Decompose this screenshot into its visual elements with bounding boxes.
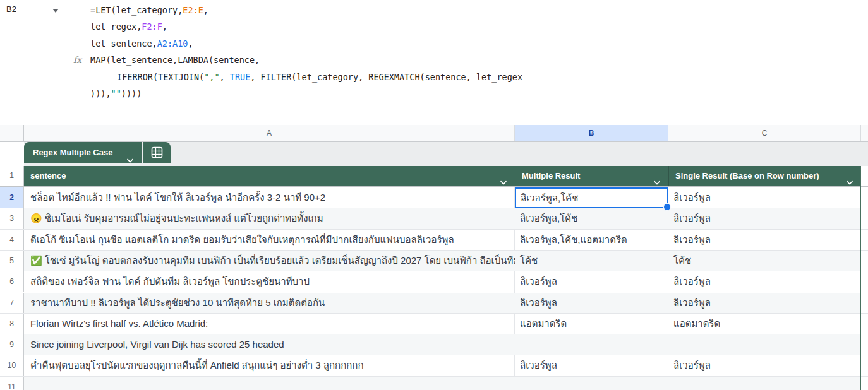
formula-token: )))): [121, 88, 142, 98]
selected-cell-b2[interactable]: ลิเวอร์พูล,โค้ช: [515, 187, 668, 208]
table-row: 3😠 ซิเมโอเน่ รับคุมอารมณ์ไม่อยู่จนปะทะแฟ…: [0, 208, 868, 229]
header-label-sentence: sentence: [30, 171, 66, 180]
table-name-tab[interactable]: Regex Multiple Case: [24, 142, 142, 163]
name-box[interactable]: B2: [6, 4, 16, 14]
name-box-dropdown-icon[interactable]: [52, 9, 59, 13]
cell-c7[interactable]: ลิเวอร์พูล: [668, 293, 860, 313]
cell-a8[interactable]: Florian Wirtz's first half vs. Atlético …: [24, 314, 515, 334]
formula-token: TRUE: [230, 72, 251, 82]
cell-a11[interactable]: [24, 377, 515, 390]
cell-c4[interactable]: ลิเวอร์พูล: [668, 230, 860, 250]
column-header-a[interactable]: A: [24, 125, 515, 141]
cell-c6[interactable]: ลิเวอร์พูล: [668, 271, 860, 292]
table-row: 10ค่ำคืนฟุตบอลยุโรปนัดแรกของฤดูกาลคืนนี้…: [0, 355, 868, 376]
cell-c9[interactable]: [668, 334, 860, 355]
table-row: 5✅ โชเซ่ มูรินโญ่ ตอบตกลงรับงานคุมทีม เบ…: [0, 251, 868, 271]
cell-b9[interactable]: [515, 334, 668, 355]
cell-b6[interactable]: ลิเวอร์พูล: [515, 271, 668, 292]
column-header-b[interactable]: B: [515, 125, 668, 141]
header-label-multiple-result: Multiple Result: [522, 171, 580, 180]
chevron-down-icon[interactable]: [846, 173, 853, 186]
cell-c11[interactable]: [668, 377, 860, 390]
header-cell-multiple-result[interactable]: Multiple Result: [515, 166, 668, 186]
formula-token: , FILTER(let_category, REGEXMATCH(senten…: [250, 72, 522, 82]
table-header-row: sentence Multiple Result Single Result (…: [24, 166, 861, 186]
formula-token: E2:E: [183, 5, 203, 15]
row-header-8[interactable]: 8: [0, 314, 24, 334]
formula-line[interactable]: ))),"")))): [90, 85, 522, 102]
header-label-single-result: Single Result (Base on Row number): [675, 171, 819, 180]
cell-a3[interactable]: 😠 ซิเมโอเน่ รับคุมอารมณ์ไม่อยู่จนปะทะแฟน…: [24, 208, 515, 228]
cell-c5[interactable]: โค้ช: [668, 251, 860, 271]
cell-c3[interactable]: ลิเวอร์พูล: [668, 208, 860, 228]
formula-line[interactable]: IFERROR(TEXTJOIN(",", TRUE, FILTER(let_c…: [90, 69, 522, 85]
fx-icon: fx: [73, 55, 81, 65]
table-grid-icon[interactable]: [143, 142, 171, 163]
row-header-11[interactable]: 11: [0, 377, 24, 390]
selected-cell-value: ลิเวอร์พูล,โค้ช: [521, 192, 578, 203]
cell-a4[interactable]: ดีเอโก้ ซิเมโอเน่ กุนซือ แอตเลติโก มาดริ…: [24, 230, 515, 250]
formula-token: ,: [162, 21, 167, 32]
cell-a7[interactable]: ราชานาทีบาป !! ลิเวอร์พูล ได้ประตูชัยช่ว…: [24, 293, 515, 313]
formula-token: =LET(let_category,: [90, 5, 183, 15]
formula-token: let_regex,: [90, 21, 142, 32]
row-header-9[interactable]: 9: [0, 334, 24, 355]
row-header-2[interactable]: 2: [0, 187, 24, 208]
formula-token: "": [111, 88, 121, 98]
table-name-label: Regex Multiple Case: [33, 148, 112, 157]
cell-b7[interactable]: ลิเวอร์พูล: [515, 293, 668, 313]
formula-line[interactable]: let_regex,F2:F,: [90, 18, 522, 35]
cell-c8[interactable]: แอตมาดริด: [668, 314, 860, 334]
cell-b5[interactable]: โค้ช: [515, 251, 668, 271]
formula-token: ,: [220, 72, 230, 82]
table-row: 9Since joining Liverpool, Virgil van Dij…: [0, 334, 868, 355]
table-row: 6สถิติของ เฟอร์จิล ฟาน ไดค์ กัปตันทีม ลิ…: [0, 271, 868, 292]
corner-cell[interactable]: [0, 125, 24, 141]
table-row: 11: [0, 377, 868, 390]
formula-token: IFERROR(TEXTJOIN(: [117, 72, 204, 82]
cell-b8[interactable]: แอตมาดริด: [515, 314, 668, 334]
formula-token: ))),: [90, 88, 111, 98]
sheet-grid: A B C Regex Multiple Case: [0, 124, 868, 390]
cell-b11[interactable]: [515, 377, 668, 390]
cell-c10[interactable]: ลิเวอร์พูล: [668, 355, 860, 375]
row-header-10[interactable]: 10: [0, 355, 24, 375]
cell-b10[interactable]: ลิเวอร์พูล: [515, 355, 668, 375]
formula-line[interactable]: let_sentence,A2:A10,: [90, 35, 522, 52]
cell-a9[interactable]: Since joining Liverpool, Virgil van Dijk…: [24, 334, 515, 355]
table-tab-strip: Regex Multiple Case: [0, 142, 868, 166]
cell-a5[interactable]: ✅ โชเซ่ มูรินโญ่ ตอบตกลงรับงานคุมทีม เบน…: [24, 251, 515, 271]
chevron-down-icon[interactable]: [653, 173, 661, 186]
formula-token: let_sentence,: [90, 38, 157, 49]
row-header-3[interactable]: 3: [0, 208, 24, 228]
cell-c2[interactable]: ลิเวอร์พูล: [668, 187, 860, 208]
row-header-1[interactable]: 1: [0, 166, 24, 186]
row-header-6[interactable]: 6: [0, 271, 24, 292]
table-row: 4ดีเอโก้ ซิเมโอเน่ กุนซือ แอตเลติโก มาดร…: [0, 230, 868, 251]
formula-bar-divider: [68, 1, 68, 117]
data-rows: 2ชล็อต ไทม์อีกแล้ว !! ฟาน ไดค์ โขกให้ ลิ…: [0, 187, 868, 390]
row-header-5[interactable]: 5: [0, 251, 24, 271]
formula-token: ,: [188, 38, 193, 49]
table-row: 7ราชานาทีบาป !! ลิเวอร์พูล ได้ประตูชัยช่…: [0, 293, 868, 314]
column-header-c[interactable]: C: [668, 125, 861, 141]
cell-b4[interactable]: ลิเวอร์พูล,โค้ช,แอตมาดริด: [515, 230, 668, 250]
formula-line[interactable]: =LET(let_category,E2:E,: [90, 2, 522, 18]
cell-a10[interactable]: ค่ำคืนฟุตบอลยุโรปนัดแรกของฤดูกาลคืนนี้ที…: [24, 355, 515, 375]
table-row: 2ชล็อต ไทม์อีกแล้ว !! ฟาน ไดค์ โขกให้ ลิ…: [0, 187, 868, 208]
header-cell-sentence[interactable]: sentence: [24, 166, 515, 186]
cell-a2[interactable]: ชล็อต ไทม์อีกแล้ว !! ฟาน ไดค์ โขกให้ ลิเ…: [24, 187, 515, 208]
table-right-border: [860, 166, 861, 390]
cell-a6[interactable]: สถิติของ เฟอร์จิล ฟาน ไดค์ กัปตันทีม ลิเ…: [24, 271, 515, 292]
spreadsheet-app: B2 fx =LET(let_category,E2:E,let_regex,F…: [0, 0, 868, 390]
chevron-down-icon[interactable]: [500, 173, 507, 186]
header-cell-single-result[interactable]: Single Result (Base on Row number): [668, 166, 861, 186]
row-header-7[interactable]: 7: [0, 293, 24, 313]
formula-token: F2:F: [142, 21, 162, 32]
row-header-4[interactable]: 4: [0, 230, 24, 250]
formula-lines[interactable]: =LET(let_category,E2:E,let_regex,F2:F,le…: [90, 2, 522, 102]
cell-b3[interactable]: ลิเวอร์พูล,โค้ช: [515, 208, 668, 228]
formula-token: A2:A10: [157, 38, 188, 49]
table-row: 8Florian Wirtz's first half vs. Atlético…: [0, 314, 868, 334]
formula-line[interactable]: MAP(let_sentence,LAMBDA(sentence,: [90, 52, 522, 68]
